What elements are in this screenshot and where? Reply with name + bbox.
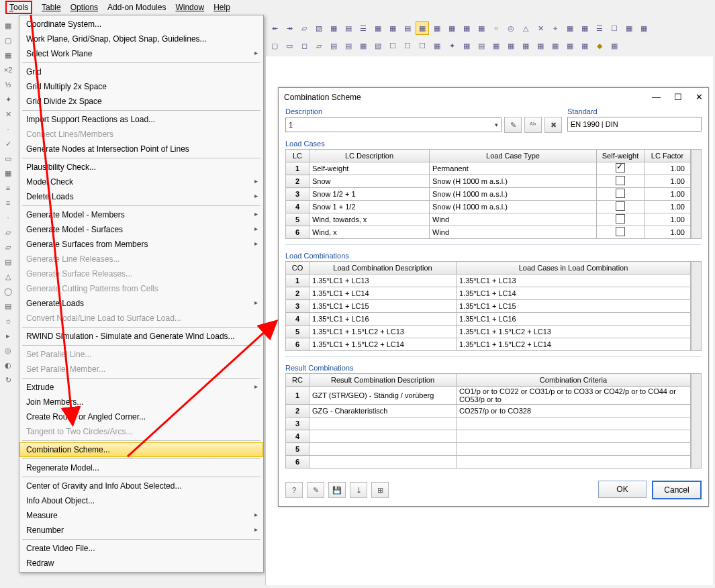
- checkbox[interactable]: [616, 189, 625, 198]
- menu-window[interactable]: Window: [175, 3, 204, 12]
- scrollbar[interactable]: [691, 261, 702, 351]
- table-row[interactable]: 3Snow 1/2 + 1Snow (H 1000 m a.s.l.)1.00: [286, 188, 691, 201]
- left-icon[interactable]: ↻: [1, 373, 15, 387]
- left-icon[interactable]: ·: [1, 211, 15, 224]
- load-comb-table[interactable]: CO Load Combination Description Load Cas…: [285, 261, 691, 351]
- menu-options[interactable]: Options: [70, 3, 98, 12]
- tool-icon[interactable]: ▦: [416, 21, 429, 35]
- mi-selectwp[interactable]: Select Work Plane: [19, 46, 263, 61]
- table-row[interactable]: 2GZG - CharakteristischCO257/p or to CO3…: [286, 405, 691, 418]
- mi-gridmul[interactable]: Grid Multiply 2x Space: [19, 79, 263, 94]
- checkbox[interactable]: [616, 163, 625, 173]
- mi-measure[interactable]: Measure: [19, 508, 263, 523]
- table-row[interactable]: 61.35*LC1 + 1.5*LC2 + LC141.35*LC1 + 1.5…: [286, 338, 691, 351]
- tool-icon[interactable]: ✕: [534, 21, 547, 35]
- left-icon[interactable]: ▦: [1, 48, 15, 62]
- mi-createvid[interactable]: Create Video File...: [19, 541, 263, 556]
- mi-workplane[interactable]: Work Plane, Grid/Snap, Object Snap, Guid…: [19, 32, 263, 46]
- tool-icon[interactable]: ▦: [327, 21, 340, 35]
- mi-coord[interactable]: Coordinate System...: [19, 17, 263, 32]
- table-row[interactable]: 6Wind, xWind1.00: [286, 226, 691, 239]
- left-icon[interactable]: ½: [1, 78, 15, 91]
- export-button[interactable]: ⤓: [350, 482, 367, 498]
- tool-icon[interactable]: ▦: [386, 21, 399, 35]
- description-select[interactable]: 1 ▾: [285, 117, 502, 132]
- mi-delloads[interactable]: Delete Loads: [19, 189, 263, 204]
- table-row[interactable]: 1GZT (STR/GEO) - Ständig / vorübergCO1/p…: [286, 387, 691, 405]
- cancel-button[interactable]: Cancel: [652, 481, 702, 499]
- close-icon[interactable]: ✕: [696, 92, 703, 102]
- tool-icon[interactable]: ▢: [268, 39, 281, 52]
- tool-icon[interactable]: ▦: [460, 39, 473, 52]
- mi-genmembers[interactable]: Generate Model - Members: [19, 207, 263, 222]
- tool-icon[interactable]: ▭: [283, 39, 296, 52]
- table-row[interactable]: 4Snow 1 + 1/2Snow (H 1000 m a.s.l.)1.00: [286, 201, 691, 213]
- tool-icon[interactable]: ▦: [460, 21, 473, 35]
- load-cases-table[interactable]: LC LC Description Load Case Type Self-we…: [285, 149, 691, 239]
- tool-icon[interactable]: ▤: [327, 39, 340, 52]
- left-icon[interactable]: ·: [1, 122, 15, 136]
- left-icon[interactable]: ≡: [1, 196, 15, 209]
- tool-icon[interactable]: ↠: [283, 21, 296, 35]
- table-row[interactable]: 5: [286, 443, 691, 456]
- tool-icon[interactable]: ▦: [445, 21, 459, 35]
- mi-combsch[interactable]: Combination Scheme...: [19, 442, 263, 457]
- tool-icon[interactable]: ▤: [401, 21, 414, 35]
- tool-icon[interactable]: ◎: [504, 21, 518, 35]
- left-icon[interactable]: ✦: [1, 93, 15, 106]
- tool-icon[interactable]: ▤: [475, 39, 488, 52]
- tool-icon[interactable]: △: [519, 21, 532, 35]
- left-icon[interactable]: ◐: [1, 358, 15, 372]
- table-row[interactable]: 31.35*LC1 + LC151.35*LC1 + LC15: [286, 300, 691, 313]
- left-icon[interactable]: ▱: [1, 240, 15, 254]
- tool-icon[interactable]: ▱: [297, 21, 311, 35]
- left-icon[interactable]: ▭: [1, 152, 15, 165]
- menu-addon[interactable]: Add-on Modules: [107, 3, 166, 12]
- mi-rwind[interactable]: RWIND Simulation - Simulate and Generate…: [19, 329, 263, 344]
- table-row[interactable]: 1Self-weightPermanent1.00: [286, 162, 691, 175]
- new-button[interactable]: ✎: [504, 117, 522, 133]
- tool-icon[interactable]: ▦: [578, 21, 591, 35]
- left-icon[interactable]: ▤: [1, 299, 15, 313]
- mi-renumber[interactable]: Renumber: [19, 523, 263, 538]
- table-row[interactable]: 51.35*LC1 + 1.5*LC2 + LC131.35*LC1 + 1.5…: [286, 326, 691, 338]
- maximize-icon[interactable]: ☐: [674, 92, 682, 102]
- tool-icon[interactable]: ▦: [563, 21, 577, 35]
- table-row[interactable]: 2SnowSnow (H 1000 m a.s.l.)1.00: [286, 175, 691, 188]
- table-row[interactable]: 3: [286, 418, 691, 430]
- mi-createround[interactable]: Create Round or Angled Corner...: [19, 409, 263, 424]
- tool-icon[interactable]: ↞: [268, 21, 281, 35]
- left-icon[interactable]: ▤: [1, 255, 15, 268]
- left-icon[interactable]: ≡: [1, 181, 15, 195]
- tool-icon[interactable]: ▤: [342, 21, 355, 35]
- left-icon[interactable]: ▱: [1, 226, 15, 239]
- mi-joinmem[interactable]: Join Members...: [19, 395, 263, 409]
- tool-icon[interactable]: ☐: [608, 21, 621, 35]
- tool-icon[interactable]: ▦: [504, 39, 518, 52]
- tool-icon[interactable]: ✦: [445, 39, 459, 52]
- table-row[interactable]: 6: [286, 456, 691, 469]
- tool-icon[interactable]: ▦: [549, 39, 562, 52]
- mi-gensurffrom[interactable]: Generate Surfaces from Members: [19, 237, 263, 252]
- tool-icon[interactable]: ▦: [371, 21, 385, 35]
- checkbox[interactable]: [616, 201, 625, 211]
- tool-icon[interactable]: ☐: [401, 39, 414, 52]
- left-icon[interactable]: ×2: [1, 63, 15, 77]
- tool-icon[interactable]: ☰: [356, 21, 370, 35]
- tool-icon[interactable]: ▦: [475, 21, 488, 35]
- tool-icon[interactable]: ▦: [563, 39, 577, 52]
- tool-icon[interactable]: ○: [489, 21, 503, 35]
- checkbox[interactable]: [616, 214, 625, 224]
- left-icon[interactable]: ◯: [1, 285, 15, 298]
- table-row[interactable]: 5Wind, towards, xWind1.00: [286, 213, 691, 226]
- save-button[interactable]: 💾: [328, 482, 346, 498]
- tool-icon[interactable]: ☐: [386, 39, 399, 52]
- left-icon[interactable]: ▢: [1, 34, 15, 47]
- tool-icon[interactable]: ▦: [578, 39, 591, 52]
- table-row[interactable]: 41.35*LC1 + LC161.35*LC1 + LC16: [286, 313, 691, 326]
- tool-icon[interactable]: ▧: [312, 21, 326, 35]
- table-row[interactable]: 4: [286, 430, 691, 443]
- excel-button[interactable]: ⊞: [371, 482, 389, 498]
- mi-extrude[interactable]: Extrude: [19, 380, 263, 395]
- mi-genloads[interactable]: Generate Loads: [19, 296, 263, 311]
